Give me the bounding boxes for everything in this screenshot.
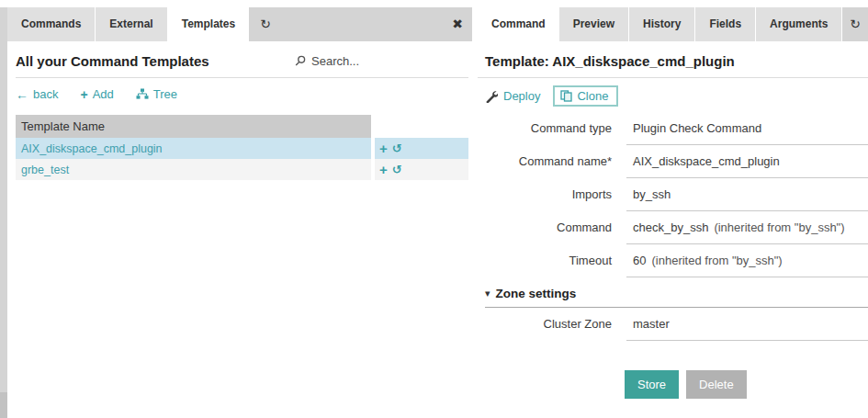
left-scrollbar-thumb[interactable] xyxy=(0,392,7,418)
left-header-row: All your Command Templates Search... xyxy=(16,41,468,78)
clone-button-label: Clone xyxy=(577,89,608,103)
field-label: Cluster Zone xyxy=(485,308,612,341)
command-form: Command type Plugin Check Command Comman… xyxy=(478,112,868,399)
imports-select[interactable]: by_ssh xyxy=(626,178,868,211)
field-value: AIX_diskspace_cmd_plugin xyxy=(633,154,780,168)
form-buttons: Store Delete xyxy=(625,370,868,399)
plus-icon: + xyxy=(80,89,87,100)
tab-arguments[interactable]: Arguments xyxy=(756,7,842,41)
form-row-command: Command check_by_ssh (inherited from "by… xyxy=(485,211,868,244)
form-row-command-name: Command name* AIX_diskspace_cmd_plugin xyxy=(485,145,868,178)
tab-preview[interactable]: Preview xyxy=(559,7,629,41)
tab-external[interactable]: External xyxy=(96,7,167,41)
form-row-cluster-zone: Cluster Zone master xyxy=(485,308,868,341)
field-value: 60 xyxy=(633,254,646,267)
back-arrow-icon: ← xyxy=(16,89,28,100)
right-content: Template: AIX_diskspace_cmd_plugin Deplo… xyxy=(478,41,868,399)
back-link[interactable]: ← back xyxy=(16,87,58,101)
tab-templates[interactable]: Templates xyxy=(168,7,249,41)
template-name-header[interactable]: Template Name xyxy=(16,115,371,138)
tree-link-label: Tree xyxy=(153,87,177,101)
inherited-hint: (inherited from "by_ssh") xyxy=(714,220,844,234)
field-value: by_ssh xyxy=(633,187,671,201)
field-label: Imports xyxy=(485,178,612,211)
form-row-command-type: Command type Plugin Check Command xyxy=(485,112,868,145)
tab-fields[interactable]: Fields xyxy=(695,7,756,41)
left-tab-bar: Commands External Templates ↻ ✖ xyxy=(0,7,472,41)
clone-icon xyxy=(560,90,572,102)
refresh-icon[interactable]: ↻ xyxy=(249,7,282,41)
table-header-row: Template Name xyxy=(16,115,468,138)
add-link[interactable]: + Add xyxy=(80,87,113,101)
close-icon[interactable]: ✖ xyxy=(448,7,467,41)
field-label: Command xyxy=(485,211,612,244)
template-link[interactable]: AIX_diskspace_cmd_plugin xyxy=(21,142,163,155)
left-content: All your Command Templates Search... ← b… xyxy=(16,41,468,180)
timeout-input[interactable]: 60 (inherited from "by_ssh") xyxy=(626,244,868,277)
section-label: Zone settings xyxy=(496,287,577,300)
template-detail-panel: Command Preview History Fields Arguments… xyxy=(478,0,868,418)
form-row-timeout: Timeout 60 (inherited from "by_ssh") xyxy=(485,244,868,277)
search-icon xyxy=(294,55,306,67)
caret-down-icon: ▾ xyxy=(485,288,490,299)
field-value: check_by_ssh xyxy=(633,220,708,234)
field-label: Timeout xyxy=(485,244,612,277)
page-title: All your Command Templates xyxy=(16,53,209,69)
field-value: Plugin Check Command xyxy=(633,121,761,135)
search-input[interactable]: Search... xyxy=(294,54,468,68)
back-link-label: back xyxy=(33,87,58,101)
refresh-icon[interactable]: ↻ xyxy=(842,7,868,41)
command-type-select[interactable]: Plugin Check Command xyxy=(626,112,868,145)
template-link[interactable]: grbe_test xyxy=(21,164,69,176)
actions-header xyxy=(375,115,468,138)
cluster-zone-select[interactable]: master xyxy=(626,308,868,341)
field-label: Command name* xyxy=(485,145,612,178)
commands-panel: Commands External Templates ↻ ✖ All your… xyxy=(0,0,472,418)
field-value: master xyxy=(633,317,670,331)
history-icon[interactable]: ↺ xyxy=(392,142,402,154)
command-input[interactable]: check_by_ssh (inherited from "by_ssh") xyxy=(626,211,868,244)
left-actions-row: ← back + Add Tree xyxy=(16,78,468,108)
template-table: Template Name AIX_diskspace_cmd_plugin +… xyxy=(16,115,468,180)
deploy-link-label: Deploy xyxy=(503,89,540,103)
template-title: Template: AIX_diskspace_cmd_plugin xyxy=(478,41,868,78)
field-label: Command type xyxy=(485,112,612,145)
table-row[interactable]: AIX_diskspace_cmd_plugin + ↺ xyxy=(16,138,468,159)
command-name-input[interactable]: AIX_diskspace_cmd_plugin xyxy=(626,145,868,178)
left-scrollbar[interactable] xyxy=(0,7,7,418)
wrench-icon xyxy=(485,90,498,103)
table-row[interactable]: grbe_test + ↺ xyxy=(16,159,468,180)
delete-button[interactable]: Delete xyxy=(686,370,747,399)
sitemap-icon xyxy=(136,88,149,100)
director-app: Commands External Templates ↻ ✖ All your… xyxy=(0,0,868,418)
history-icon[interactable]: ↺ xyxy=(392,164,402,175)
form-row-imports: Imports by_ssh xyxy=(485,178,868,211)
right-actions-row: Deploy Clone xyxy=(478,78,868,110)
zone-settings-section-toggle[interactable]: ▾ Zone settings xyxy=(485,282,868,308)
deploy-link[interactable]: Deploy xyxy=(485,89,540,103)
search-placeholder: Search... xyxy=(311,54,359,68)
tab-commands[interactable]: Commands xyxy=(7,7,96,41)
tab-history[interactable]: History xyxy=(629,7,695,41)
add-link-label: Add xyxy=(93,87,114,101)
add-from-template-icon[interactable]: + xyxy=(379,141,388,155)
tree-link[interactable]: Tree xyxy=(136,87,177,101)
right-tab-bar: Command Preview History Fields Arguments… xyxy=(478,7,868,41)
store-button[interactable]: Store xyxy=(625,370,679,399)
inherited-hint: (inherited from "by_ssh") xyxy=(651,254,782,267)
add-from-template-icon[interactable]: + xyxy=(379,163,388,176)
clone-button[interactable]: Clone xyxy=(553,85,618,107)
tab-command[interactable]: Command xyxy=(478,7,559,41)
